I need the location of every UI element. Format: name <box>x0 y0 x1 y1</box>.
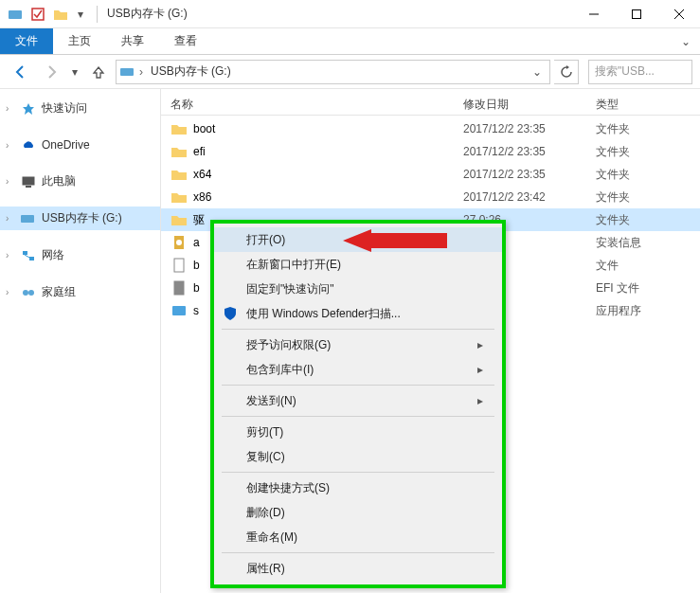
submenu-arrow-icon: ▸ <box>477 363 483 376</box>
ctx-grant-access[interactable]: 授予访问权限(G)▸ <box>214 332 502 357</box>
sidebar-item-onedrive[interactable]: › OneDrive <box>0 134 160 156</box>
submenu-arrow-icon: ▸ <box>477 338 483 351</box>
column-header-name[interactable]: 名称 <box>171 97 463 113</box>
title-bar: ▾ USB内存卡 (G:) <box>0 0 700 28</box>
file-type: 文件夹 <box>596 189 691 206</box>
ctx-pin-quick-access[interactable]: 固定到"快速访问" <box>214 277 502 301</box>
tab-file[interactable]: 文件 <box>0 28 53 54</box>
ctx-label: 创建快捷方式(S) <box>246 480 330 496</box>
sidebar-item-usb-drive[interactable]: › USB内存卡 (G:) <box>0 207 160 230</box>
file-date: 2017/12/2 23:35 <box>463 168 596 181</box>
quick-access-toolbar: ▾ <box>0 5 93 24</box>
pc-icon <box>21 174 36 189</box>
file-type: 文件夹 <box>596 167 691 183</box>
qat-dropdown-icon[interactable]: ▾ <box>74 5 87 24</box>
ctx-create-shortcut[interactable]: 创建快捷方式(S) <box>214 476 502 500</box>
file-type: 应用程序 <box>596 303 691 319</box>
ctx-defender-scan[interactable]: 使用 Windows Defender扫描... <box>214 301 502 326</box>
tab-home[interactable]: 主页 <box>53 28 106 54</box>
red-arrow-annotation <box>343 229 447 252</box>
tab-share[interactable]: 共享 <box>106 28 159 54</box>
address-bar[interactable]: › USB内存卡 (G:) ⌄ <box>116 60 550 84</box>
back-button[interactable] <box>8 60 34 84</box>
ctx-open-new-window[interactable]: 在新窗口中打开(E) <box>214 252 502 277</box>
close-button[interactable] <box>657 0 700 28</box>
shield-icon <box>222 305 239 322</box>
ctx-include-library[interactable]: 包含到库中(I)▸ <box>214 357 502 382</box>
ctx-properties[interactable]: 属性(R) <box>214 556 502 581</box>
folder-icon <box>171 120 188 137</box>
ribbon-expand-icon[interactable]: ⌄ <box>672 28 700 54</box>
folder-icon <box>171 143 188 160</box>
ctx-send-to[interactable]: 发送到(N)▸ <box>214 388 502 413</box>
new-folder-qat-icon[interactable] <box>51 5 70 24</box>
ctx-copy[interactable]: 复制(C) <box>214 444 502 469</box>
sidebar-label: 家庭组 <box>42 284 76 300</box>
svg-point-16 <box>176 240 182 245</box>
network-icon <box>21 248 36 263</box>
address-dropdown-icon[interactable]: ⌄ <box>529 65 546 79</box>
file-name: efi <box>193 145 206 158</box>
context-menu-separator <box>222 416 494 417</box>
sidebar-item-this-pc[interactable]: › 此电脑 <box>0 170 160 193</box>
file-type: 文件夹 <box>596 144 691 160</box>
file-row[interactable]: boot2017/12/2 23:35文件夹 <box>161 117 700 140</box>
ctx-label: 剪切(T) <box>246 424 283 440</box>
sidebar-item-homegroup[interactable]: › 家庭组 <box>0 280 160 304</box>
ctx-label: 属性(R) <box>246 561 285 577</box>
svg-rect-10 <box>23 251 27 255</box>
column-header-date[interactable]: 修改日期 <box>463 97 596 113</box>
chevron-right-icon[interactable]: › <box>6 213 15 224</box>
maximize-button[interactable] <box>615 0 657 28</box>
chevron-right-icon[interactable]: › <box>139 65 143 79</box>
svg-point-14 <box>28 290 34 296</box>
sidebar-label: 快速访问 <box>42 100 87 117</box>
ctx-rename[interactable]: 重命名(M) <box>214 525 502 549</box>
file-row[interactable]: x642017/12/2 23:35文件夹 <box>161 163 700 186</box>
refresh-button[interactable] <box>554 60 579 84</box>
context-menu-highlight: 打开(O) 在新窗口中打开(E) 固定到"快速访问" 使用 Windows De… <box>210 220 506 588</box>
ctx-open[interactable]: 打开(O) <box>214 227 502 252</box>
sidebar-label: OneDrive <box>42 138 90 152</box>
ctx-label: 在新窗口中打开(E) <box>246 257 341 273</box>
column-headers: 名称 修改日期 类型 <box>161 89 700 116</box>
search-input[interactable]: 搜索"USB... <box>588 60 692 84</box>
properties-qat-icon[interactable] <box>28 5 47 24</box>
search-placeholder: 搜索"USB... <box>595 63 655 80</box>
star-icon <box>21 101 36 117</box>
svg-rect-11 <box>29 257 34 261</box>
up-button[interactable] <box>85 60 112 84</box>
sidebar-item-quick-access[interactable]: › 快速访问 <box>0 97 160 120</box>
chevron-right-icon[interactable]: › <box>6 250 15 261</box>
efi-icon <box>171 279 188 296</box>
explorer-icon <box>6 5 25 24</box>
svg-point-13 <box>23 290 28 296</box>
sidebar-item-network[interactable]: › 网络 <box>0 243 160 267</box>
chevron-right-icon[interactable]: › <box>6 287 15 297</box>
column-header-type[interactable]: 类型 <box>596 97 691 113</box>
history-dropdown-icon[interactable]: ▾ <box>68 65 81 79</box>
navigation-bar: ▾ › USB内存卡 (G:) ⌄ 搜索"USB... <box>0 55 700 89</box>
context-menu: 打开(O) 在新窗口中打开(E) 固定到"快速访问" 使用 Windows De… <box>214 224 502 584</box>
file-row[interactable]: efi2017/12/2 23:35文件夹 <box>161 140 700 163</box>
ribbon: 文件 主页 共享 查看 ⌄ <box>0 28 700 55</box>
tab-view[interactable]: 查看 <box>159 28 212 54</box>
svg-rect-6 <box>120 68 134 76</box>
chevron-right-icon[interactable]: › <box>6 103 15 114</box>
file-name: a <box>193 236 200 249</box>
ctx-label: 授予访问权限(G) <box>246 337 331 353</box>
file-name: 驱 <box>193 212 205 228</box>
folder-icon <box>171 166 188 183</box>
sidebar-label: 网络 <box>42 247 64 263</box>
ctx-cut[interactable]: 剪切(T) <box>214 420 502 444</box>
context-menu-separator <box>222 552 494 553</box>
chevron-right-icon[interactable]: › <box>6 140 15 151</box>
minimize-button[interactable] <box>572 0 615 28</box>
forward-button[interactable] <box>38 60 64 84</box>
file-date: 2017/12/2 23:35 <box>463 122 596 135</box>
ctx-delete[interactable]: 删除(D) <box>214 500 502 525</box>
chevron-right-icon[interactable]: › <box>6 176 15 187</box>
breadcrumb[interactable]: USB内存卡 (G:) <box>147 63 235 80</box>
file-row[interactable]: x862017/12/2 23:42文件夹 <box>161 186 700 208</box>
ctx-label: 使用 Windows Defender扫描... <box>246 306 401 322</box>
